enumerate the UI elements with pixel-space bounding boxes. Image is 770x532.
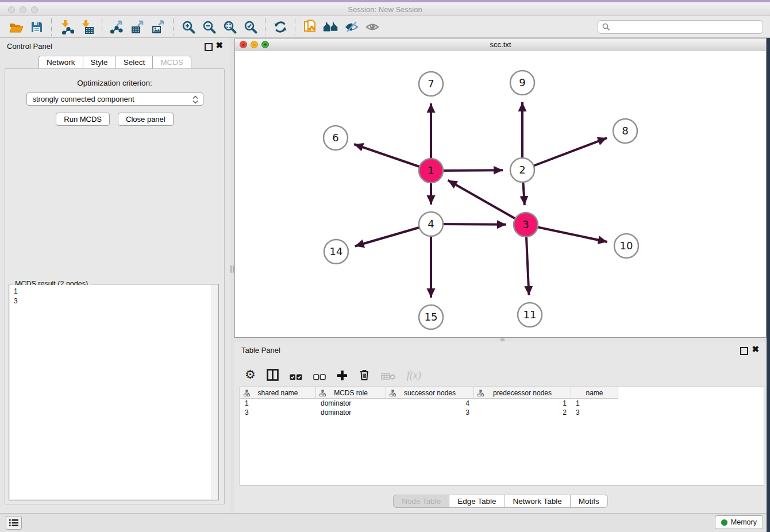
table-row[interactable]: 1 dominator 4 1 1 — [240, 399, 764, 408]
show-graphics-details-icon — [365, 20, 380, 34]
table-panel-close-icon[interactable]: ✖ — [752, 345, 759, 354]
cell-mcds-role[interactable]: dominator — [316, 399, 386, 408]
cell-predecessor-nodes[interactable]: 1 — [474, 399, 571, 408]
save-session-icon — [30, 20, 44, 34]
memory-label: Memory — [731, 518, 757, 526]
tab-style[interactable]: Style — [83, 56, 116, 69]
create-column-button[interactable] — [337, 370, 348, 381]
network-graph[interactable]: 1 2 3 4 6 7 8 9 10 — [235, 51, 766, 337]
cell-shared-name[interactable]: 3 — [240, 408, 316, 417]
edge-2-8[interactable] — [522, 138, 607, 170]
zoom-selected-button[interactable] — [240, 18, 261, 36]
tab-motifs[interactable]: Motifs — [570, 495, 608, 508]
network-close-button[interactable]: × — [240, 41, 247, 48]
node-11[interactable]: 11 — [518, 303, 542, 327]
cell-successor-nodes[interactable]: 4 — [386, 399, 474, 408]
vertical-splitter[interactable] — [230, 38, 234, 513]
column-label: shared name — [257, 389, 298, 397]
tab-network-table[interactable]: Network Table — [505, 495, 570, 508]
column-header-mcds-role[interactable]: MCDS role — [316, 387, 386, 399]
open-session-button[interactable] — [6, 18, 26, 36]
column-header-predecessor-nodes[interactable]: predecessor nodes — [474, 387, 571, 399]
save-session-button[interactable] — [26, 18, 47, 36]
zoom-in-button[interactable] — [178, 18, 199, 36]
first-neighbors-button[interactable] — [321, 18, 341, 36]
network-view-window: × − + scc.txt 1 2 3 4 6 7 8 — [234, 38, 767, 338]
node-8[interactable]: 8 — [613, 119, 637, 143]
delete-table-button[interactable] — [381, 372, 396, 381]
table-panel-float-icon[interactable] — [740, 347, 748, 355]
edge-3-1[interactable] — [448, 180, 526, 225]
node-10[interactable]: 10 — [614, 234, 638, 258]
tab-select[interactable]: Select — [116, 56, 153, 69]
table-row[interactable]: 3 dominator 3 2 3 — [240, 408, 764, 417]
horizontal-splitter[interactable] — [234, 338, 767, 342]
cell-mcds-role[interactable]: dominator — [316, 408, 386, 417]
export-network-button[interactable] — [107, 18, 128, 36]
memory-status-icon — [721, 519, 727, 526]
cell-name[interactable]: 3 — [571, 408, 618, 417]
run-mcds-button[interactable]: Run MCDS — [56, 113, 110, 126]
import-table-button[interactable] — [77, 18, 98, 36]
first-neighbors-icon — [323, 20, 339, 34]
node-15[interactable]: 15 — [419, 305, 443, 329]
node-4[interactable]: 4 — [419, 212, 443, 236]
function-builder-button[interactable]: f(x) — [407, 369, 421, 381]
node-7[interactable]: 7 — [419, 72, 443, 96]
cell-shared-name[interactable]: 1 — [240, 399, 316, 408]
network-minimize-button[interactable]: − — [251, 41, 258, 48]
criterion-value: strongly connected component — [33, 95, 134, 103]
search-field[interactable] — [598, 20, 763, 34]
zoom-selected-icon — [243, 20, 258, 34]
tab-network[interactable]: Network — [38, 56, 83, 69]
export-image-button[interactable] — [148, 18, 169, 36]
splitter-grip — [230, 265, 232, 273]
node-1[interactable]: 1 — [419, 159, 443, 183]
clone-network-button[interactable] — [300, 18, 321, 36]
cell-successor-nodes[interactable]: 3 — [386, 408, 474, 417]
import-network-button[interactable] — [56, 18, 77, 36]
criterion-dropdown[interactable]: strongly connected component — [26, 92, 203, 106]
table-settings-button[interactable]: ⚙ — [245, 368, 256, 381]
show-graphics-details-button[interactable] — [362, 18, 383, 36]
column-header-name[interactable]: name — [571, 387, 618, 399]
memory-button[interactable]: Memory — [715, 515, 763, 529]
deselect-all-button[interactable] — [313, 373, 326, 381]
tab-edge-table[interactable]: Edge Table — [449, 495, 504, 508]
search-input[interactable] — [613, 22, 759, 32]
toolbar-separator — [51, 18, 52, 36]
desktop-edge-strip — [0, 0, 770, 2]
tab-node-table[interactable]: Node Table — [393, 495, 449, 508]
select-all-button[interactable] — [290, 373, 302, 381]
node-3[interactable]: 3 — [514, 213, 538, 237]
close-panel-button[interactable]: Close panel — [118, 113, 174, 126]
result-scrollbar[interactable] — [211, 285, 218, 499]
export-table-button[interactable] — [128, 18, 148, 36]
node-2[interactable]: 2 — [510, 158, 534, 182]
control-panel-close-icon[interactable]: ✖ — [215, 41, 223, 50]
network-window-titlebar[interactable]: × − + scc.txt — [235, 38, 766, 52]
node-14[interactable]: 14 — [324, 240, 348, 264]
column-header-shared-name[interactable]: shared name — [240, 387, 316, 399]
cell-name[interactable]: 1 — [571, 399, 618, 408]
trash-icon — [359, 369, 370, 381]
hide-selected-button[interactable] — [341, 18, 362, 36]
header-filler — [618, 387, 764, 399]
network-maximize-button[interactable]: + — [261, 41, 269, 48]
zoom-out-button[interactable] — [199, 18, 220, 36]
cell-predecessor-nodes[interactable]: 2 — [474, 408, 571, 417]
automation-panel-button[interactable] — [6, 516, 22, 530]
refresh-layout-button[interactable] — [270, 18, 291, 36]
network-canvas[interactable]: 1 2 3 4 6 7 8 9 10 — [235, 51, 766, 337]
zoom-fit-button[interactable] — [220, 18, 240, 36]
desktop-background-strip — [767, 38, 770, 532]
delete-column-button[interactable] — [359, 369, 370, 381]
tab-mcds[interactable]: MCDS — [152, 56, 191, 69]
show-columns-button[interactable] — [267, 369, 279, 381]
node-9[interactable]: 9 — [510, 71, 534, 95]
control-panel-float-icon[interactable] — [205, 43, 213, 51]
column-header-successor-nodes[interactable]: successor nodes — [386, 387, 474, 399]
toolbar-separator — [295, 18, 296, 36]
mcds-result-list[interactable]: 1 3 — [10, 285, 212, 499]
node-6[interactable]: 6 — [324, 126, 348, 150]
